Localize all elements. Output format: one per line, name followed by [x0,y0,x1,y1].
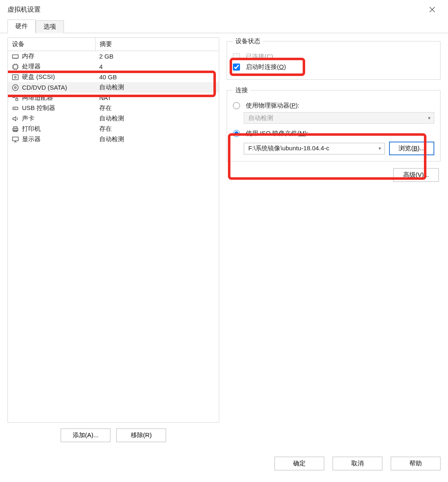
use-physical-label: 使用物理驱动器(P): [246,102,299,110]
svg-rect-2 [12,55,18,58]
device-list: 设备 摘要 内存 2 GB 处理器 4 硬盘 (SCSI) 40 GB [7,37,219,423]
tabs: 硬件 选项 [0,19,448,33]
iso-path-combo[interactable]: F:\系统镜像\ubuntu-18.04.4-c ▾ [244,143,385,154]
remove-device-button[interactable]: 移除(R) [116,428,166,442]
help-button[interactable]: 帮助 [391,457,441,470]
device-summary: 自动检测 [95,83,219,91]
use-iso-row[interactable]: 使用 ISO 映像文件(M): [233,130,434,137]
use-physical-radio[interactable] [233,102,240,109]
device-label: 显示器 [22,135,41,143]
content: 设备 摘要 内存 2 GB 处理器 4 硬盘 (SCSI) 40 GB [0,33,448,442]
device-label: 打印机 [22,125,41,133]
device-row-disk[interactable]: 硬盘 (SCSI) 40 GB [8,72,219,82]
printer-icon [11,125,20,133]
cd-icon [11,83,20,92]
device-row-cddvd[interactable]: CD/DVD (SATA) 自动检测 [8,82,219,93]
network-icon [11,94,20,102]
header-device: 设备 [8,38,95,51]
svg-rect-7 [13,65,17,69]
svg-rect-30 [12,137,18,141]
connected-row: 已连接(C) [233,53,434,61]
svg-rect-16 [12,75,18,80]
device-row-printer[interactable]: 打印机 存在 [8,124,219,134]
device-row-cpu[interactable]: 处理器 4 [8,61,219,72]
device-status-legend: 设备状态 [233,37,263,45]
device-summary: 存在 [95,125,219,133]
device-label: CD/DVD (SATA) [22,84,67,91]
header-summary: 摘要 [95,38,219,51]
use-iso-label: 使用 ISO 映像文件(M): [246,130,308,137]
connected-checkbox [233,53,240,60]
device-list-actions: 添加(A)... 移除(R) [7,428,219,442]
titlebar: 虚拟机设置 [0,0,448,19]
iso-path-value: F:\系统镜像\ubuntu-18.04.4-c [244,144,375,152]
connection-group: 连接 使用物理驱动器(P): 自动检测 ▾ 使用 ISO 映像文件(M): F:… [227,86,441,161]
device-row-display[interactable]: 显示器 自动检测 [8,134,219,144]
device-row-memory[interactable]: 内存 2 GB [8,51,219,61]
connect-at-poweron-checkbox[interactable] [233,64,240,71]
device-status-group: 设备状态 已连接(C) 启动时连接(O) [227,37,441,80]
chevron-down-icon: ▾ [375,146,384,151]
device-row-sound[interactable]: 声卡 自动检测 [8,113,219,124]
advanced-row: 高级(V)... [227,168,441,182]
close-button[interactable] [424,1,441,18]
right-column: 设备状态 已连接(C) 启动时连接(O) 连接 使用物理驱动器(P): [227,37,441,442]
browse-button[interactable]: 浏览(B)... [389,142,434,155]
connect-at-poweron-label: 启动时连接(O) [246,63,286,71]
ok-button[interactable]: 确定 [274,457,324,470]
disk-icon [11,73,20,81]
svg-rect-21 [16,98,18,100]
device-label: USB 控制器 [22,104,55,112]
vm-settings-window: 虚拟机设置 硬件 选项 设备 摘要 内存 2 GB 处理器 [0,0,448,482]
svg-rect-28 [14,127,17,128]
device-summary: 4 [95,63,219,70]
device-row-network[interactable]: 网络适配器 NAT [8,93,219,103]
physical-drive-combo: 自动检测 ▾ [244,112,434,124]
svg-rect-20 [13,95,15,98]
device-label: 声卡 [22,115,34,122]
tab-options[interactable]: 选项 [36,20,64,33]
device-label: 网络适配器 [22,94,53,102]
connected-label: 已连接(C) [246,53,273,61]
cancel-button[interactable]: 取消 [333,457,382,470]
device-summary: NAT [95,94,219,101]
use-iso-radio[interactable] [233,130,240,137]
svg-point-18 [12,85,18,91]
device-label: 处理器 [22,63,41,71]
usb-icon [11,104,20,113]
device-summary: 2 GB [95,53,219,60]
use-physical-row[interactable]: 使用物理驱动器(P): [233,102,434,110]
device-label: 内存 [22,52,34,60]
device-summary: 自动检测 [95,115,219,122]
left-column: 设备 摘要 内存 2 GB 处理器 4 硬盘 (SCSI) 40 GB [7,37,219,442]
connect-at-poweron-row[interactable]: 启动时连接(O) [233,63,434,71]
physical-drive-value: 自动检测 [244,114,425,122]
add-device-button[interactable]: 添加(A)... [61,428,110,442]
advanced-button[interactable]: 高级(V)... [393,168,439,182]
device-summary: 40 GB [95,73,219,81]
window-title: 虚拟机设置 [7,5,41,14]
display-icon [11,135,20,144]
device-label: 硬盘 (SCSI) [22,73,55,81]
svg-point-19 [15,87,16,88]
tab-hardware[interactable]: 硬件 [7,20,36,33]
sound-icon [11,115,20,123]
device-list-header: 设备 摘要 [8,38,219,51]
cpu-icon [11,63,20,71]
device-row-usb[interactable]: USB 控制器 存在 [8,103,219,113]
device-summary: 存在 [95,104,219,112]
svg-point-17 [15,76,16,78]
device-summary: 自动检测 [95,135,219,143]
close-icon [428,6,436,13]
dialog-buttons: 确定 取消 帮助 [274,457,441,470]
chevron-down-icon: ▾ [425,115,434,121]
memory-icon [11,52,20,61]
connection-legend: 连接 [233,86,250,94]
